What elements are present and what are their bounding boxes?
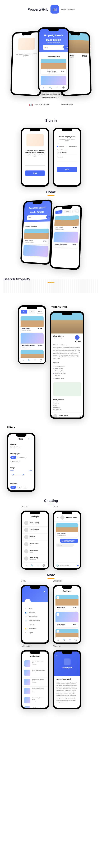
android-icon: 🤖 bbox=[29, 102, 33, 106]
shortlisted-card[interactable]: ♥$750KAlize AltezzaNaperville, Chicago bbox=[55, 595, 79, 611]
nav-search[interactable]: 🔍 bbox=[28, 359, 31, 362]
heart-icon[interactable]: ♥ bbox=[56, 613, 59, 616]
search-filters-btn[interactable]: Filters bbox=[37, 310, 43, 313]
reset-button[interactable]: Reset bbox=[29, 438, 32, 440]
more-section-title: More bbox=[0, 573, 102, 579]
bed-pill[interactable]: Any bbox=[10, 486, 16, 489]
menu-item-profile[interactable]: 👤My Profile bbox=[24, 611, 46, 615]
close-icon[interactable]: ✕ bbox=[43, 590, 46, 593]
chat-list-item[interactable]: Josh WilliamsI'm interested in this bbox=[22, 527, 48, 534]
agent-row[interactable]: Sachin ParekhAgent › bbox=[51, 412, 83, 417]
filters-btn[interactable]: Filters bbox=[72, 209, 79, 213]
bed-pill[interactable]: 1 bbox=[17, 486, 22, 489]
chat-input[interactable] bbox=[60, 565, 75, 566]
notification-item[interactable]: Hurry...! Book villa and get 20% off2 ho… bbox=[22, 696, 48, 705]
send-icon[interactable]: ➤ bbox=[76, 564, 79, 567]
chats-label: Chats bbox=[53, 505, 81, 508]
chat-avatar bbox=[60, 516, 64, 520]
nav-search-icon[interactable]: 🔍 bbox=[49, 86, 52, 89]
shortlisted-card[interactable]: ♥$620KVilla PalazzoNaperville, Chicago bbox=[55, 612, 79, 627]
notification-item[interactable]: Property for rent near Wall Street2 hour… bbox=[22, 677, 48, 687]
signup-next-button[interactable]: Next bbox=[57, 167, 77, 172]
mobile-input[interactable]: +91 982 513 578 bbox=[57, 151, 77, 154]
radio-agent[interactable]: Agent / Builder bbox=[67, 146, 77, 147]
nav-home-icon[interactable]: ⌂ bbox=[42, 86, 45, 89]
user-avatar[interactable] bbox=[24, 599, 31, 605]
budget-slider[interactable] bbox=[11, 475, 31, 475]
tab-buy[interactable]: Buy bbox=[55, 210, 63, 214]
home-search[interactable] bbox=[28, 216, 45, 218]
chevron-right-icon: › bbox=[80, 415, 81, 417]
nav-chat-icon[interactable]: 💬 bbox=[62, 86, 65, 89]
tab-rent[interactable]: Rent bbox=[64, 210, 71, 213]
signin-title: Sign in bbox=[0, 119, 102, 124]
chat-list-item[interactable]: Amber Davisok bbox=[22, 541, 48, 548]
notification-item[interactable]: Hurry...! Book villa in 2 days2 hours ag… bbox=[22, 668, 48, 677]
attach-icon[interactable]: 📎 bbox=[56, 564, 59, 567]
signin-phone-2: New on Property Hub? Share basic details… bbox=[53, 128, 81, 187]
call-button[interactable]: 📞 bbox=[75, 335, 80, 340]
search-result-card[interactable]: $620KAltessa BungalowsNaperville, Chicag… bbox=[20, 333, 44, 349]
chat-list-item[interactable]: David WhiteThanks bbox=[22, 548, 48, 555]
app-logo bbox=[50, 5, 59, 13]
search-result-card[interactable]: $750KAlize AltezzaNaperville, Chicago bbox=[20, 316, 44, 332]
svg-rect-1 bbox=[54, 8, 54, 11]
menu-item-shortlisted[interactable]: ♡My Shortlisted bbox=[24, 615, 46, 619]
notification-item[interactable]: New Property is open near you2 hours ago bbox=[22, 659, 48, 668]
heart-icon[interactable]: ♥ bbox=[56, 596, 59, 599]
property-map[interactable] bbox=[53, 382, 81, 396]
bed-pill[interactable]: 2 bbox=[23, 486, 27, 489]
about-phone: ← PropertyHub About Property Hub Propert… bbox=[53, 650, 81, 709]
back-icon[interactable]: ← bbox=[10, 438, 12, 440]
chat-list-item[interactable]: RachelyHow much? bbox=[22, 534, 48, 541]
home-search-btn[interactable]: Search bbox=[46, 216, 51, 218]
nav-heart-icon[interactable]: ♡ bbox=[55, 86, 58, 89]
signin-phone-1: Enter your phone number to showcase of p… bbox=[21, 128, 49, 187]
agent-avatar bbox=[53, 414, 57, 417]
about-label: About us bbox=[53, 645, 81, 647]
hero-search-input[interactable] bbox=[44, 46, 62, 48]
heart-icon[interactable]: ♥ bbox=[56, 630, 59, 632]
menu-item-terms[interactable]: 📄Terms & condition bbox=[24, 619, 46, 623]
menu-item-notifications[interactable]: 🔔Notifications bbox=[24, 627, 46, 631]
type-pill[interactable]: Apartment bbox=[10, 460, 20, 463]
signin-next-button[interactable]: Next bbox=[25, 170, 45, 176]
home-phone-1: Property SearchMade Simple Search Featur… bbox=[20, 199, 53, 265]
email-input[interactable] bbox=[57, 159, 77, 162]
notification-item[interactable]: Property for rent near you2 hours ago bbox=[22, 705, 48, 708]
type-pill[interactable]: Any bbox=[10, 456, 16, 459]
nav-chat[interactable]: 💬 bbox=[39, 359, 42, 362]
search-phone: BuyRentFilters $750KAlize AltezzaNapervi… bbox=[18, 305, 46, 364]
menu-item-logout[interactable]: ⎋Logout bbox=[24, 631, 46, 635]
svg-rect-2 bbox=[55, 9, 55, 11]
hero-search-button[interactable]: Search bbox=[63, 46, 68, 49]
back-icon[interactable]: ← bbox=[56, 516, 59, 519]
back-icon[interactable]: ← bbox=[55, 654, 58, 657]
menu-item-home[interactable]: ⌂Home bbox=[24, 607, 46, 611]
chat-phone: ← Johnson Smith Alize AltezzaNaperville,… bbox=[53, 510, 81, 569]
chatting-section-title: Chatting bbox=[0, 499, 102, 504]
menu-phone: ✕ ⌂Home 👤My Profile ♡My Shortlisted 📄Ter… bbox=[21, 585, 49, 644]
phone-input[interactable] bbox=[25, 162, 45, 166]
chat-list-item[interactable]: Diana YoungLet me know bbox=[22, 555, 48, 562]
filters-phone: ← Filters Reset Location Naperville, Chi… bbox=[7, 433, 36, 492]
shortlisted-label: Shortlisted bbox=[53, 580, 81, 582]
hero-section: Enter your phone number to showcase of p… bbox=[0, 19, 102, 115]
hero-phone-center: Property Search Made Simple With Propert… bbox=[38, 27, 69, 92]
chat-list-item[interactable]: Emily WilliamsHey, are you there? bbox=[22, 519, 48, 527]
notification-item[interactable]: New Property is open near you2 hours ago bbox=[22, 687, 48, 696]
radio-individual[interactable]: Individual bbox=[57, 146, 64, 147]
chatlist-label: Chat list bbox=[21, 505, 49, 508]
search-tab-rent[interactable]: Rent bbox=[29, 310, 35, 313]
received-message: Yeah sure bbox=[56, 544, 74, 547]
menu-item-about[interactable]: ℹAbout us bbox=[24, 623, 46, 627]
brand-name: PropertyHub bbox=[28, 7, 48, 11]
nav-home[interactable]: ⌂ bbox=[21, 359, 25, 362]
search-tab-buy[interactable]: Buy bbox=[21, 310, 28, 313]
type-pill[interactable]: Bungalow bbox=[17, 456, 27, 459]
nav-heart[interactable]: ♡ bbox=[33, 359, 37, 362]
bed-pill[interactable]: 3 bbox=[10, 490, 15, 490]
sent-message: Hi, I want to buy this property. Can we … bbox=[60, 539, 78, 543]
notifications-phone: Notifications New Property is open near … bbox=[21, 650, 49, 709]
brand-tagline: Real Estate App bbox=[61, 8, 74, 10]
